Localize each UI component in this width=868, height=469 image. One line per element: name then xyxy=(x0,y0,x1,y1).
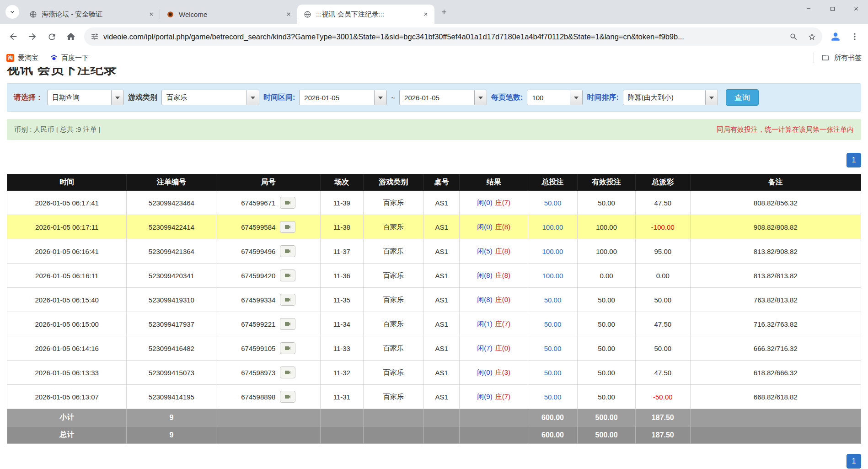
cell-valid-bet: 50.00 xyxy=(578,191,636,215)
back-button[interactable] xyxy=(5,28,22,45)
tab-search-button[interactable] xyxy=(5,5,19,19)
chevron-down-icon[interactable] xyxy=(374,90,386,105)
table-row: 2026-01-05 06:17:11 523099422414 6745995… xyxy=(7,215,861,239)
site-info-icon[interactable] xyxy=(91,32,99,41)
total-bet-link[interactable]: 100.00 xyxy=(542,223,563,231)
pagination-bottom: 1 xyxy=(7,454,861,469)
date-from-value: 2026-01-05 xyxy=(300,90,374,105)
total-bet-link[interactable]: 100.00 xyxy=(542,248,563,255)
tab-bet-records[interactable]: :::视讯 会员下注纪录::: xyxy=(297,5,434,24)
time-sort-select[interactable]: 降冪(由大到小) xyxy=(623,90,718,105)
round-replay-button[interactable] xyxy=(280,342,295,354)
per-page-select[interactable]: 100 xyxy=(527,90,583,105)
table-row: 2026-01-05 06:15:00 523099417937 6745992… xyxy=(7,312,861,336)
minimize-button[interactable] xyxy=(797,0,820,17)
bookmark-star-button[interactable] xyxy=(805,30,819,43)
browser-menu-button[interactable] xyxy=(846,28,863,45)
cell-session: 11-36 xyxy=(321,264,363,288)
tab-close-icon[interactable] xyxy=(421,9,431,19)
bet-records-table: 时间 注单编号 局号 场次 游戏类别 桌号 结果 总投注 有效投注 总派彩 备注… xyxy=(7,174,861,444)
chevron-down-icon[interactable] xyxy=(111,90,123,105)
chevron-down-icon[interactable] xyxy=(570,90,582,105)
reload-button[interactable] xyxy=(43,28,60,45)
cell-note: 813.82/813.82 xyxy=(690,264,861,288)
close-icon xyxy=(423,11,429,17)
tab-close-icon[interactable] xyxy=(284,9,294,19)
game-type-select[interactable]: 百家乐 xyxy=(161,90,259,105)
round-replay-button[interactable] xyxy=(280,245,295,257)
plus-icon xyxy=(440,8,448,16)
cell-time: 2026-01-05 06:14:16 xyxy=(7,336,127,361)
video-replay-icon xyxy=(284,320,291,328)
date-to-select[interactable]: 2026-01-05 xyxy=(399,90,487,105)
all-bookmarks-button[interactable]: 所有书签 xyxy=(814,52,862,63)
total-bet-link[interactable]: 50.00 xyxy=(544,320,562,328)
new-tab-button[interactable] xyxy=(437,5,451,19)
table-footer: 小计 9 600.00 500.00 187.50 总计 9 600.00 50… xyxy=(7,409,861,444)
total-bet-link[interactable]: 100.00 xyxy=(542,272,563,280)
round-replay-button[interactable] xyxy=(280,270,295,281)
url-text[interactable]: videoie.com/ipl/portal.php/game/betrecor… xyxy=(103,32,782,41)
magnifier-icon xyxy=(789,32,798,41)
round-replay-button[interactable] xyxy=(280,391,295,403)
tab-haiyan-forum[interactable]: 海燕论坛 - 安全验证 xyxy=(23,5,160,24)
welcome-favicon-icon xyxy=(166,11,174,18)
minimize-icon xyxy=(805,5,812,12)
cell-bet-id: 523099422414 xyxy=(127,215,216,239)
chevron-down-icon[interactable] xyxy=(246,90,259,105)
round-replay-button[interactable] xyxy=(280,318,295,330)
date-from-select[interactable]: 2026-01-05 xyxy=(299,90,387,105)
total-bet-link[interactable]: 50.00 xyxy=(544,345,562,352)
zoom-indicator-button[interactable] xyxy=(787,30,800,43)
star-icon xyxy=(808,32,816,41)
tab-title: :::视讯 会员下注纪录::: xyxy=(316,10,416,19)
cell-valid-bet: 50.00 xyxy=(578,288,636,312)
table-body: 2026-01-05 06:17:41 523099423464 6745996… xyxy=(7,191,861,409)
tab-close-icon[interactable] xyxy=(146,9,156,19)
chevron-down-icon[interactable] xyxy=(705,90,718,105)
round-number: 674599671 xyxy=(241,199,275,207)
subtotal-valid-bet: 500.00 xyxy=(578,409,636,426)
cell-bet-id: 523099420341 xyxy=(127,264,216,288)
total-bet-link[interactable]: 50.00 xyxy=(544,369,562,377)
table-row: 2026-01-05 06:16:41 523099421364 6745994… xyxy=(7,239,861,264)
cell-game-type: 百家乐 xyxy=(363,385,424,409)
bookmark-taobao[interactable]: 淘 爱淘宝 xyxy=(6,54,38,62)
round-number: 674599221 xyxy=(241,320,275,328)
close-window-button[interactable] xyxy=(844,0,868,17)
col-payout: 总派彩 xyxy=(636,174,690,191)
cell-round: 674599584 xyxy=(216,215,321,239)
cell-note: 716.32/763.82 xyxy=(690,312,861,336)
total-bet-link[interactable]: 50.00 xyxy=(544,199,562,207)
forward-button[interactable] xyxy=(24,28,41,45)
total-bet-link[interactable]: 50.00 xyxy=(544,296,562,304)
round-replay-button[interactable] xyxy=(280,197,295,209)
query-type-select[interactable]: 日期查询 xyxy=(47,90,124,105)
tab-welcome[interactable]: Welcome xyxy=(160,5,297,24)
address-bar[interactable]: videoie.com/ipl/portal.php/game/betrecor… xyxy=(84,27,822,46)
all-bookmarks-label: 所有书签 xyxy=(834,54,862,62)
video-replay-icon xyxy=(284,345,291,352)
page-1-button[interactable]: 1 xyxy=(847,153,861,167)
total-bet-link[interactable]: 50.00 xyxy=(544,393,562,401)
query-type-value: 日期查询 xyxy=(48,90,111,105)
cell-total-bet: 50.00 xyxy=(528,288,577,312)
round-replay-button[interactable] xyxy=(280,294,295,306)
subtotal-count: 9 xyxy=(127,409,216,426)
round-number: 674599420 xyxy=(241,272,275,280)
page-1-button[interactable]: 1 xyxy=(847,454,861,469)
chevron-down-icon[interactable] xyxy=(474,90,487,105)
tab-title: 海燕论坛 - 安全验证 xyxy=(42,10,142,19)
round-replay-button[interactable] xyxy=(280,367,295,378)
taobao-icon: 淘 xyxy=(6,54,14,62)
total-total-bet: 600.00 xyxy=(528,426,577,444)
home-button[interactable] xyxy=(62,28,80,45)
round-replay-button[interactable] xyxy=(280,221,295,233)
summary-bar: 币别 : 人民币 | 总共 :9 注单 | 同局有效投注，统一计算在该局第一张注… xyxy=(7,119,861,140)
bookmark-baidu[interactable]: 百度一下 xyxy=(50,54,89,62)
maximize-button[interactable] xyxy=(820,0,844,17)
profile-avatar-button[interactable] xyxy=(827,28,844,45)
result-player: 闲(0) xyxy=(477,223,492,231)
cell-valid-bet: 50.00 xyxy=(578,361,636,385)
search-button[interactable]: 查询 xyxy=(726,89,759,106)
